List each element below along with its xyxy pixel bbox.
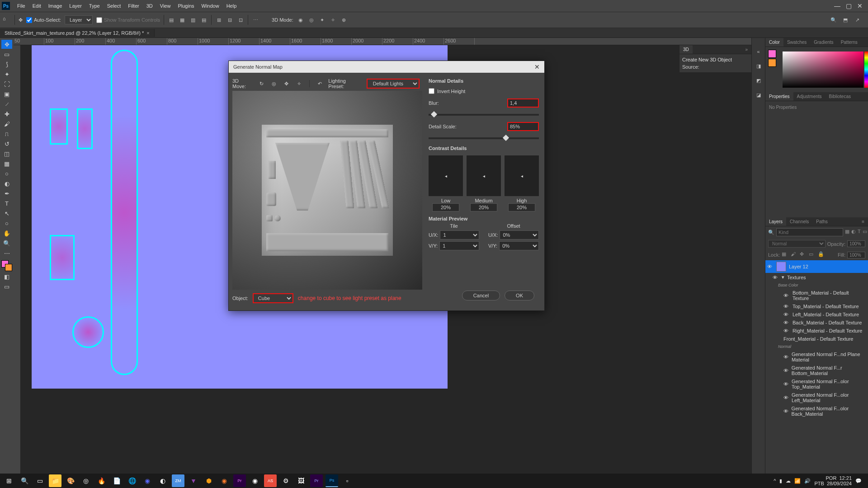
share-icon[interactable]: ↗ xyxy=(854,16,861,23)
distribute-h-icon[interactable]: ⊞ xyxy=(215,16,222,23)
visibility-icon[interactable]: 👁 xyxy=(783,320,790,325)
3d-roll-icon[interactable]: ◎ xyxy=(308,16,315,23)
menu-image[interactable]: Image xyxy=(45,3,66,9)
cloud-icon[interactable]: ⬒ xyxy=(842,16,849,23)
search-filter-icon[interactable]: 🔍 xyxy=(768,230,774,235)
volume-icon[interactable]: 🔊 xyxy=(804,478,811,484)
panel-menu-icon[interactable]: ≡ xyxy=(858,217,868,226)
tab-adjustments[interactable]: Adjustments xyxy=(793,92,826,101)
tab-color[interactable]: Color xyxy=(765,38,783,47)
color-picker[interactable] xyxy=(783,52,863,88)
search-icon[interactable]: 🔍 xyxy=(830,16,837,23)
visibility-icon[interactable]: 👁 xyxy=(783,304,790,309)
layer-row-active[interactable]: 👁 Layer 12 xyxy=(765,260,868,273)
tab-patterns[interactable]: Patterns xyxy=(837,38,861,47)
menu-select[interactable]: Select xyxy=(104,3,125,9)
blur-tool[interactable]: ○ xyxy=(1,169,12,178)
history-brush-tool[interactable]: ↺ xyxy=(1,139,12,148)
stamp-tool[interactable]: ⎍ xyxy=(1,129,12,138)
distribute-icon[interactable]: ⊡ xyxy=(237,16,244,23)
background-color-swatch[interactable] xyxy=(768,59,776,67)
layer-select[interactable]: Layer xyxy=(65,15,93,24)
align-top-icon[interactable]: ▤ xyxy=(200,16,208,23)
color-swatches[interactable] xyxy=(1,260,12,271)
offset-vy-select[interactable]: 0% xyxy=(499,241,539,250)
layer-name[interactable]: Layer 12 xyxy=(789,264,808,269)
list-item[interactable]: 👁Back_Material - Default Texture xyxy=(765,319,868,327)
tab-channels[interactable]: Channels xyxy=(786,217,812,226)
lasso-tool[interactable]: ⟆ xyxy=(1,60,12,69)
invert-height-checkbox[interactable]: Invert Height xyxy=(429,88,539,94)
3d-drag-icon[interactable]: ✥ xyxy=(283,80,291,88)
crop-tool[interactable]: ⛶ xyxy=(1,80,12,89)
list-item[interactable]: 👁Top_Material - Default Texture xyxy=(765,302,868,310)
align-center-icon[interactable]: ▦ xyxy=(179,16,186,23)
detail-scale-slider[interactable] xyxy=(429,137,539,139)
filter-pixel-icon[interactable]: ▦ xyxy=(845,229,849,236)
align-left-icon[interactable]: ▤ xyxy=(168,16,175,23)
app-icon[interactable]: ⚙ xyxy=(279,474,292,487)
3d-preview[interactable] xyxy=(232,91,422,290)
notifications-icon[interactable]: 💬 xyxy=(855,478,862,484)
healing-tool[interactable]: ✚ xyxy=(1,109,12,118)
quick-mask-icon[interactable]: ◧ xyxy=(1,272,12,281)
tab-gradients[interactable]: Gradients xyxy=(810,38,837,47)
visibility-icon[interactable]: 👁 xyxy=(783,408,789,414)
dodge-tool[interactable]: ◐ xyxy=(1,179,12,188)
onedrive-icon[interactable]: ☁ xyxy=(786,478,791,484)
lock-artboard-icon[interactable]: ▭ xyxy=(809,251,816,258)
contrast-low-input[interactable] xyxy=(432,203,459,211)
blend-mode-select[interactable]: Normal xyxy=(768,240,826,248)
premiere2-icon[interactable]: Pr xyxy=(310,474,323,487)
tab-3d[interactable]: 3D xyxy=(679,45,693,54)
contrast-high-preview[interactable]: ◂ xyxy=(505,155,539,196)
visibility-icon[interactable]: 👁 xyxy=(783,354,789,360)
path-tool[interactable]: ↖ xyxy=(1,209,12,218)
object-select[interactable]: Cube xyxy=(253,293,293,303)
lock-transparent-icon[interactable]: ▦ xyxy=(782,251,789,258)
group-name[interactable]: Textures xyxy=(787,275,806,280)
blender-icon[interactable]: ◉ xyxy=(218,474,231,487)
wand-tool[interactable]: ✦ xyxy=(1,70,12,79)
list-item[interactable]: 👁Generated Normal F...olor Top_Material xyxy=(765,377,868,391)
move-tool[interactable]: ✥ xyxy=(1,40,12,49)
list-item[interactable]: 👁Bottom_Material - Default Texture xyxy=(765,289,868,302)
app-icon[interactable]: 🖼 xyxy=(295,474,307,487)
detail-scale-input[interactable] xyxy=(507,122,539,131)
task-view-icon[interactable]: ▭ xyxy=(33,474,46,487)
group-disclosure-icon[interactable]: ▾ xyxy=(782,274,784,280)
app-icon[interactable]: ▫ xyxy=(341,474,354,487)
hand-tool[interactable]: ✋ xyxy=(1,229,12,238)
contrast-low-preview[interactable]: ◂ xyxy=(429,155,463,196)
list-item[interactable]: 👁Generated Normal F...r Bottom_Material xyxy=(765,364,868,377)
steam-icon[interactable]: ◐ xyxy=(156,474,169,487)
shape-tool[interactable]: ○ xyxy=(1,219,12,228)
tray-expand-icon[interactable]: ^ xyxy=(774,478,776,483)
3d-orbit-icon[interactable]: ◉ xyxy=(297,16,304,23)
photoshop-taskbar-icon[interactable]: Ps xyxy=(326,474,338,487)
dock-icon-1[interactable]: ◨ xyxy=(754,61,763,70)
reset-icon[interactable]: ↶ xyxy=(316,80,324,88)
maximize-icon[interactable]: ▢ xyxy=(846,2,852,9)
group-textures[interactable]: 👁 ▾ Textures xyxy=(765,273,868,282)
auto-select-check[interactable] xyxy=(26,17,32,23)
menu-window[interactable]: Window xyxy=(198,3,223,9)
app-icon[interactable]: ◎ xyxy=(80,474,92,487)
app-icon[interactable]: ⬢ xyxy=(203,474,215,487)
menu-edit[interactable]: Edit xyxy=(29,3,45,9)
minimize-icon[interactable]: — xyxy=(834,2,840,9)
menu-file[interactable]: File xyxy=(14,3,29,9)
ok-button[interactable]: OK xyxy=(505,291,534,300)
3d-roll-icon[interactable]: ◎ xyxy=(270,80,278,88)
pen-tool[interactable]: ✒ xyxy=(1,189,12,198)
zoom-tool[interactable]: 🔍 xyxy=(1,239,12,248)
invert-height-check[interactable] xyxy=(429,88,434,94)
filter-adjust-icon[interactable]: ◐ xyxy=(851,229,856,236)
list-item[interactable]: 👁Generated Normal F...olor Back_Material xyxy=(765,404,868,418)
auto-select-checkbox[interactable]: Auto-Select: xyxy=(26,17,61,23)
visibility-icon[interactable]: 👁 xyxy=(783,381,789,387)
menu-layer[interactable]: Layer xyxy=(66,3,85,9)
collapse-dock-icon[interactable]: « xyxy=(754,47,763,56)
menu-help[interactable]: Help xyxy=(223,3,241,9)
edit-toolbar-icon[interactable]: ⋯ xyxy=(1,249,12,258)
